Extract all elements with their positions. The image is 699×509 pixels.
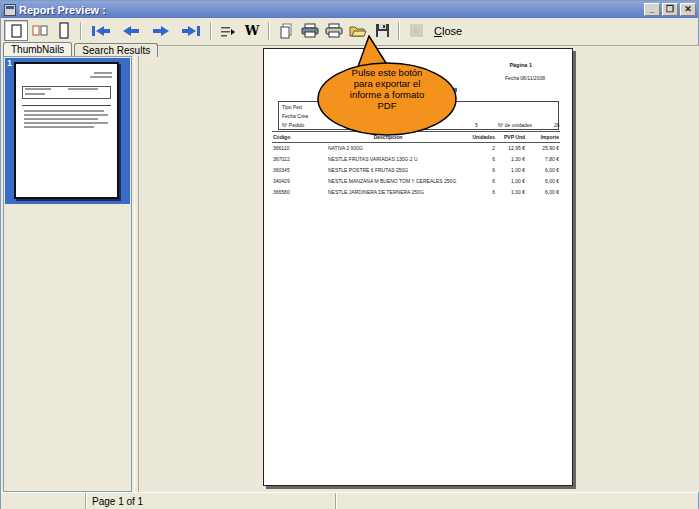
unidades-label: Nº de unidades: [498, 122, 532, 128]
panel-tabs: ThumbNails Search Results: [3, 43, 160, 57]
close-window-button[interactable]: ✕: [680, 3, 696, 16]
thumbnail-page[interactable]: [14, 62, 119, 199]
thumbnail-sketch-line: [24, 126, 94, 128]
num-pedido-label: Nº Pedido: [282, 122, 304, 131]
whole-page-icon: [9, 23, 23, 39]
next-page-button[interactable]: [146, 20, 176, 41]
cell-descripcion: NATIVA 2 900G: [314, 143, 462, 154]
report-date-label: Fecha 08/11/2008: [505, 75, 545, 81]
thumbnail-sketch-rule: [22, 105, 111, 106]
callout-line: para exportar el: [323, 78, 451, 89]
previous-page-icon: [122, 25, 140, 37]
last-page-button[interactable]: [176, 20, 206, 41]
thumbnail-sketch-line: [68, 88, 98, 90]
cell-unidades: 6: [462, 165, 496, 176]
cell-codigo: 340429: [272, 175, 314, 186]
goto-page-button[interactable]: [216, 20, 240, 41]
toolbar-separator: [210, 22, 212, 40]
cell-pvp: 1,30 €: [496, 154, 526, 165]
page-width-icon: [32, 23, 48, 39]
cell-pvp: 1,00 €: [496, 165, 526, 176]
status-section-empty: [1, 493, 86, 509]
cell-codigo: 366580: [272, 186, 314, 197]
single-page-button[interactable]: [52, 20, 76, 41]
cell-pvp: 1,00 €: [496, 175, 526, 186]
col-codigo: Código: [272, 132, 314, 143]
cell-importe: 6,00 €: [526, 186, 560, 197]
cell-descripcion: NESTLE POSTRE 6 FRUTAS 250G: [314, 165, 462, 176]
toolbar-separator: [80, 22, 82, 40]
letter-w-button[interactable]: W: [240, 20, 264, 41]
restore-button[interactable]: ❐: [662, 3, 678, 16]
cell-unidades: 2: [462, 143, 496, 154]
app-icon: [4, 4, 16, 16]
page-width-button[interactable]: [28, 20, 52, 41]
callout-line: informe a formato: [323, 89, 451, 100]
letter-w-icon: W: [245, 24, 260, 37]
cell-importe: 25,90 €: [526, 143, 560, 154]
table-row: 360345 NESTLE POSTRE 6 FRUTAS 250G 6 1,0…: [272, 165, 560, 176]
thumbnail-panel: 1: [3, 56, 132, 492]
toolbar-separator: [268, 22, 270, 40]
table-row: 366580 NESTLE JARDINERA DE TERNERA 250G …: [272, 186, 560, 197]
callout-line: PDF: [323, 100, 451, 111]
cell-importe: 6,00 €: [526, 175, 560, 186]
cell-descripcion: NESTLE MANZANA M BUENO TOM Y CEREALES 25…: [314, 175, 462, 186]
thumbnail-viewport: 1: [5, 58, 130, 204]
callout-text: Pulse este botón para exportar el inform…: [323, 67, 451, 111]
goto-page-icon: [220, 25, 236, 37]
col-importe: Importe: [526, 132, 560, 143]
cell-pvp: 12,95 €: [496, 143, 526, 154]
next-page-icon: [152, 25, 170, 37]
fecha-creacion-label: Fecha Crea: [282, 113, 308, 122]
minimize-button[interactable]: _: [644, 3, 660, 16]
window-title: Report Preview :: [19, 4, 106, 16]
cell-unidades: 6: [462, 186, 496, 197]
cell-codigo: 367022: [272, 154, 314, 165]
callout-line: Pulse este botón: [323, 67, 451, 78]
panel-splitter[interactable]: [134, 56, 139, 492]
thumbnail-sketch-line: [24, 122, 108, 124]
first-page-icon: [91, 25, 111, 37]
copy-page-button[interactable]: [274, 20, 298, 41]
thumbnail-sketch-line: [90, 76, 112, 78]
cell-pvp: 1,00 €: [496, 186, 526, 197]
report-page-label: Página 1: [509, 62, 532, 68]
cell-unidades: 6: [462, 175, 496, 186]
cell-codigo: 366110: [272, 143, 314, 154]
table-row: 367022 NESTLE FRUTAS VARIADAS 130G 2 U 6…: [272, 154, 560, 165]
title-bar: Report Preview : _ ❐ ✕: [1, 1, 698, 18]
cell-codigo: 360345: [272, 165, 314, 176]
table-row: 366110 NATIVA 2 900G 2 12,95 € 25,90 €: [272, 143, 560, 154]
single-page-icon: [57, 22, 71, 40]
report-preview-window: Report Preview : _ ❐ ✕: [0, 0, 699, 509]
last-page-icon: [181, 25, 201, 37]
report-table: Código Descripción Unidades PVP Und Impo…: [272, 131, 560, 197]
previous-page-button[interactable]: [116, 20, 146, 41]
tab-search-results[interactable]: Search Results: [74, 43, 158, 57]
status-bar: Page 1 of 1: [1, 492, 698, 509]
whole-page-button[interactable]: [4, 20, 28, 41]
thumbnail-sketch-line: [94, 72, 112, 74]
table-row: 340429 NESTLE MANZANA M BUENO TOM Y CERE…: [272, 175, 560, 186]
cell-unidades: 6: [462, 154, 496, 165]
copy-page-icon: [279, 23, 293, 39]
lineas-value: 5: [475, 122, 478, 128]
thumbnail-sketch-line: [24, 118, 98, 120]
cell-importe: 6,00 €: [526, 165, 560, 176]
tab-thumbnails[interactable]: ThumbNails: [3, 42, 72, 57]
thumbnail-sketch-line: [24, 110, 104, 112]
status-page-text: Page 1 of 1: [86, 493, 336, 509]
pdf-export-callout: Pulse este botón para exportar el inform…: [315, 35, 461, 137]
unidades-value: 26: [554, 122, 560, 128]
col-pvp: PVP Und: [496, 132, 526, 143]
thumbnail-sketch-line: [24, 114, 108, 116]
col-unidades: Unidades: [462, 132, 496, 143]
thumbnail-page-number: 1: [7, 58, 12, 68]
thumbnail-sketch-line: [25, 88, 51, 90]
first-page-button[interactable]: [86, 20, 116, 41]
cell-importe: 7,80 €: [526, 154, 560, 165]
tipo-pedido-label: Tipo Ped: [282, 104, 302, 113]
thumbnail-sketch-line: [25, 93, 45, 95]
cell-descripcion: NESTLE FRUTAS VARIADAS 130G 2 U: [314, 154, 462, 165]
